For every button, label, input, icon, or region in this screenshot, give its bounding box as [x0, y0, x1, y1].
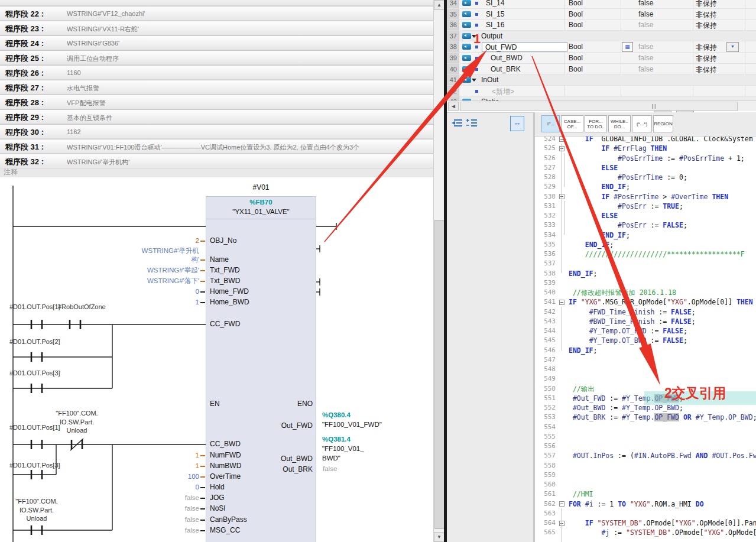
network-header-row[interactable]: 程序段 28 :VFP配电报警	[0, 95, 433, 109]
out-bwd-address[interactable]: %Q381.4	[322, 436, 351, 443]
data-type-cell[interactable]: Bool	[569, 21, 583, 29]
code-line[interactable]: 532 ELSE	[534, 211, 756, 220]
code-line[interactable]: 563	[534, 509, 756, 518]
code-line[interactable]: 565 #j := "SYSTEM_DB".OPmode["YXG".OpMod…	[534, 528, 756, 537]
input-pin-value[interactable]: 0	[118, 483, 199, 492]
out-bwd-operand-line2[interactable]: BWD"	[322, 455, 340, 462]
code-line[interactable]: 553 #Out_BRK := #Y_Temp.OP_FWD OR #Y_Tem…	[534, 413, 756, 422]
code-line[interactable]: 542 #FWD_Time_Finish := FALSE;	[534, 307, 756, 317]
table-hscrollbar[interactable]: ◄	[447, 100, 756, 111]
table-row[interactable]: 39Out_BWDBoolfalse非保持	[447, 53, 756, 64]
input-pin-value[interactable]: 1	[118, 462, 199, 470]
code-line[interactable]: 541IF "YXG".MSG_R_R_OpMode["YXG".OpMode[…	[534, 297, 756, 307]
code-line[interactable]: 525 IF #ErrFlag THEN	[534, 144, 756, 153]
network-header-row[interactable]: 程序段 24 :WSTRING#'G836'	[0, 35, 433, 50]
retain-setting-cell[interactable]: 非保持	[696, 43, 717, 53]
out-fwd-operand[interactable]: "FF100_V01_FWD"	[322, 421, 382, 428]
code-line[interactable]: 531 #PosErr := TRUE;	[534, 202, 756, 211]
code-line[interactable]: 556	[534, 442, 756, 451]
table-row[interactable]: 36SI_16Boolfalse非保持	[447, 20, 756, 31]
fb-instance-name[interactable]: #V01	[206, 183, 316, 192]
data-type-cell[interactable]: Bool	[569, 65, 583, 73]
code-line[interactable]: 533 #PosErr := FALSE;	[534, 220, 756, 230]
code-line[interactable]: 529 END_IF;	[534, 182, 756, 192]
code-line[interactable]: 555	[534, 432, 756, 442]
input-pin-value[interactable]: WSTRING#'举升机 构'	[118, 246, 199, 264]
table-row[interactable]: 42<新增>	[447, 86, 756, 97]
code-line[interactable]: 543 #BWD_Time_Finish := FALSE;	[534, 317, 756, 326]
input-pin-value[interactable]: WSTRING#'举起'	[118, 266, 199, 275]
table-row[interactable]: 37Output	[447, 31, 756, 42]
default-value-cell[interactable]: false	[638, 54, 653, 62]
code-line[interactable]: 561 //HMI	[534, 489, 756, 499]
network-header-row[interactable]: 程序段 32 :WSTRING#'举升机构'	[0, 154, 433, 168]
data-type-cell[interactable]: Bool	[569, 43, 583, 51]
default-value-cell[interactable]: false	[638, 10, 653, 18]
snippet-button[interactable]: IF...	[541, 115, 560, 132]
snippet-button[interactable]: FOR... TO DO..	[585, 115, 607, 132]
scroll-down-button[interactable]: ▼	[434, 532, 444, 542]
fold-toggle-icon[interactable]	[559, 300, 564, 305]
network-header-row[interactable]: 程序段 30 :1162	[0, 124, 433, 139]
vscroll-thumb[interactable]	[434, 220, 444, 529]
variable-name[interactable]: Out_BWD	[491, 54, 523, 62]
collapse-networks-icon[interactable]	[452, 119, 463, 128]
code-line[interactable]: 560	[534, 480, 756, 489]
table-row[interactable]: 34SI_14Boolfalse非保持	[447, 0, 756, 9]
code-line[interactable]: 526 #PosErrTime := #PosErrTime + 1;	[534, 154, 756, 163]
network-header-row[interactable]: 程序段 22 :WSTRING#'VF12_chaozhi'	[0, 6, 433, 21]
data-type-cell[interactable]: Bool	[569, 54, 583, 62]
code-line[interactable]: 547	[534, 355, 756, 365]
table-row[interactable]: 35SI_15Boolfalse非保持	[447, 9, 756, 20]
network-comment-placeholder[interactable]: 注释	[4, 167, 18, 177]
code-line[interactable]: 536 ////////////////////****************…	[534, 249, 756, 259]
input-pin-value[interactable]: 100	[118, 472, 199, 481]
fold-toggle-icon[interactable]	[559, 501, 564, 507]
left-panel-vscrollbar[interactable]: ▲ ▼	[433, 0, 444, 542]
data-type-cell[interactable]: Bool	[569, 10, 583, 18]
table-row[interactable]: 38Out_FWDBool▦false非保持▼	[447, 41, 756, 53]
variable-name[interactable]: Out_BRK	[491, 65, 521, 73]
out-brk-value[interactable]: false	[323, 465, 337, 472]
snippet-button[interactable]: (*...*)	[632, 115, 652, 132]
retain-setting-cell[interactable]: 非保持	[696, 0, 717, 9]
retain-setting-cell[interactable]: 非保持	[696, 10, 717, 20]
variable-name[interactable]: SI_14	[486, 0, 504, 7]
snippet-button[interactable]: CASE... OF...	[561, 115, 583, 132]
code-line[interactable]: 559	[534, 470, 756, 480]
retain-setting-cell[interactable]: 非保持	[696, 21, 717, 31]
code-line[interactable]: 537	[534, 259, 756, 268]
input-pin-value[interactable]: false	[118, 504, 199, 513]
add-row-placeholder[interactable]: <新增>	[492, 87, 514, 97]
code-line[interactable]: 557 #OUT.InPos := (#IN.AutoPB.Fwd AND #O…	[534, 451, 756, 460]
code-line[interactable]: 545 #Y_Temp.OT_BWD := FALSE;	[534, 336, 756, 345]
data-type-cell[interactable]: Bool	[569, 0, 583, 7]
table-row[interactable]: 43Static	[447, 96, 756, 100]
default-value-cell[interactable]: false	[638, 0, 653, 7]
network-header-row[interactable]: 程序段 25 :调用工位自动程序	[0, 50, 433, 65]
code-line[interactable]: 534 END_IF;	[534, 231, 756, 240]
variable-name[interactable]: SI_15	[486, 10, 504, 18]
default-value-cell[interactable]: false	[638, 21, 653, 29]
fold-toggle-icon[interactable]	[559, 137, 564, 142]
input-pin-value[interactable]: 2	[118, 236, 199, 245]
input-pin-value[interactable]: false	[118, 515, 199, 524]
code-line[interactable]: 562FOR #i := 1 TO "YXG".ROM.a_HMI DO	[534, 499, 756, 509]
code-line[interactable]: 527 ELSE	[534, 163, 756, 173]
default-value-cell[interactable]: false	[638, 43, 653, 51]
retain-dropdown-button[interactable]: ▼	[726, 42, 739, 52]
code-line[interactable]: 549	[534, 374, 756, 384]
code-line[interactable]: 546END_IF;	[534, 346, 756, 355]
variable-name[interactable]: SI_16	[486, 21, 504, 29]
input-pin-value[interactable]: 1	[118, 298, 199, 307]
section-collapse-icon[interactable]	[472, 79, 476, 82]
network-header-row[interactable]: 程序段 27 :水电气报警	[0, 80, 433, 95]
retain-setting-cell[interactable]: 非保持	[696, 54, 717, 64]
input-pin-value[interactable]: 0	[118, 287, 199, 296]
snippet-button[interactable]: WHILE.. DO...	[608, 115, 631, 132]
code-line[interactable]: 540 //修改超时报警新加 2016.1.18	[534, 288, 756, 297]
table-row[interactable]: 40Out_BRKBoolfalse非保持	[447, 64, 756, 75]
network-header-row[interactable]: 程序段 31 :WSTRING#'V01:FF100滑台驱动'——————VC调…	[0, 139, 433, 154]
code-line[interactable]: 564 IF "SYSTEM_DB".OPmode["YXG".OpMode[0…	[534, 518, 756, 528]
network-header-row[interactable]: 程序段 23 :WSTRING#'VX11-R右舵'	[0, 21, 433, 35]
